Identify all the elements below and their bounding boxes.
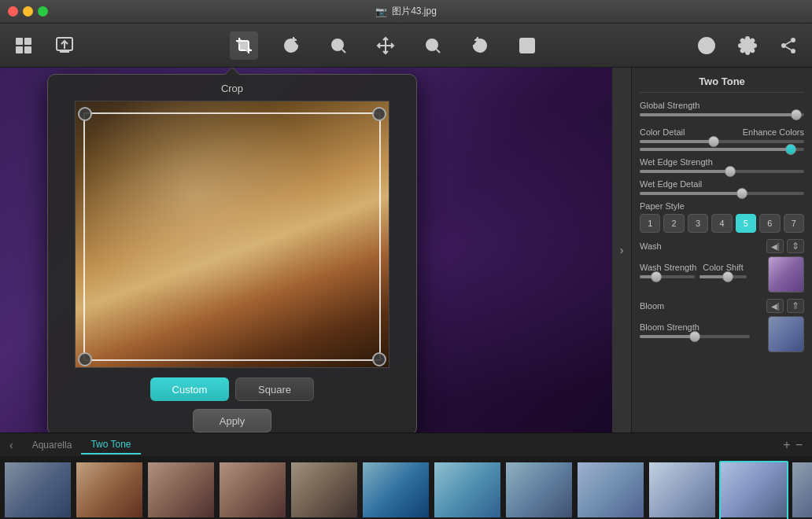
export-button[interactable] [50, 31, 79, 60]
thumb-image-16 [5, 462, 71, 517]
toolbar-center [79, 31, 692, 60]
paper-style-label: Paper Style [640, 201, 804, 211]
tab-two-tone[interactable]: Two Tone [81, 436, 140, 455]
crop-dialog: Crop Custom Square [47, 74, 417, 432]
bloom-controls: ◀| ⇑ [766, 299, 804, 313]
paper-style-5[interactable]: 5 [736, 214, 756, 233]
bloom-row: Bloom ◀| ⇑ [640, 299, 804, 313]
color-shift-slider[interactable] [699, 275, 747, 278]
thumb-image-18 [148, 462, 214, 517]
thumb-style19[interactable]: Style 19 [218, 461, 287, 519]
right-panel: Two Tone Global Strength Color Detail En… [631, 68, 812, 432]
tab-add-button[interactable]: + [783, 438, 790, 452]
panel-title: Two Tone [640, 75, 804, 93]
color-params-row: Color Detail Enhance Colors [640, 121, 804, 140]
rotate-button[interactable] [277, 31, 305, 60]
bloom-expand-button[interactable]: ⇑ [787, 299, 804, 313]
color-detail-label: Color Detail [640, 127, 685, 137]
panel-toggle-arrow[interactable]: › [612, 68, 631, 432]
global-strength-slider[interactable] [640, 113, 804, 116]
zoom-in-button[interactable] [324, 31, 352, 60]
thumb-image-22 [434, 462, 500, 517]
thumb-style17[interactable]: Style 17 [75, 461, 144, 519]
tab-remove-button[interactable]: − [795, 438, 803, 452]
wet-edge-strength-slider[interactable] [640, 170, 804, 173]
thumb-style25[interactable]: Style 25 [648, 461, 717, 519]
thumb-image-24 [578, 462, 644, 517]
paper-style-6[interactable]: 6 [759, 214, 780, 233]
bloom-strength-slider[interactable] [640, 335, 750, 338]
svg-line-14 [437, 49, 440, 52]
wash-prev-button[interactable]: ◀| [766, 239, 784, 253]
crop-handle-br[interactable] [372, 352, 386, 366]
info-button[interactable] [692, 31, 721, 60]
paper-style-2[interactable]: 2 [663, 214, 684, 233]
custom-button[interactable]: Custom [150, 377, 229, 401]
toolbar-left [9, 31, 79, 60]
thumb-image-27 [792, 462, 812, 517]
svg-line-8 [342, 49, 345, 52]
thumb-image-21 [363, 462, 429, 517]
bottom-tabs: ‹ Aquarella Two Tone + − [0, 432, 812, 456]
crop-mode-buttons: Custom Square [150, 377, 314, 401]
chevron-right-icon: › [620, 244, 624, 256]
zoom-out-button[interactable] [419, 31, 447, 60]
canvas-area: Crop Custom Square [0, 68, 612, 432]
paper-style-3[interactable]: 3 [688, 214, 708, 233]
thumb-style26[interactable]: Style 26 [719, 461, 788, 519]
minimize-button[interactable] [23, 6, 33, 17]
bloom-label: Bloom [640, 301, 687, 311]
thumbnail-strip: Style 16 Style 17 Style 18 Style 19 Styl… [0, 456, 812, 519]
tab-aquarella[interactable]: Aquarella [23, 436, 82, 454]
svg-rect-0 [16, 38, 23, 45]
share-button[interactable] [774, 31, 803, 60]
paper-style-4[interactable]: 4 [711, 214, 732, 233]
paper-style-1[interactable]: 1 [640, 214, 660, 233]
toolbar-right [692, 31, 803, 60]
titlebar: 📷 图片43.jpg [0, 0, 812, 24]
gallery-button[interactable] [9, 31, 38, 60]
move-button[interactable] [371, 31, 400, 60]
apply-button[interactable]: Apply [193, 409, 271, 432]
crop-tool-button[interactable] [230, 31, 258, 60]
crop-handle-tr[interactable] [372, 107, 386, 121]
svg-rect-3 [24, 46, 31, 53]
wash-strength-slider[interactable] [640, 275, 695, 278]
thumb-image-20 [291, 462, 357, 517]
thumb-image-23 [506, 462, 572, 517]
window-controls[interactable] [8, 6, 48, 17]
thumb-style21[interactable]: Style 21 [361, 461, 430, 519]
svg-rect-1 [24, 38, 31, 45]
close-button[interactable] [8, 6, 18, 17]
crop-border [83, 112, 381, 361]
crop-handle-bl[interactable] [78, 352, 92, 366]
bloom-prev-button[interactable]: ◀| [766, 299, 784, 313]
wet-edge-strength-label: Wet Edge Strength [640, 157, 804, 167]
canvas-background: Crop Custom Square [0, 68, 612, 432]
settings-button[interactable] [733, 31, 762, 60]
thumb-style27[interactable]: Style 27 [791, 461, 812, 519]
toolbar [0, 24, 812, 68]
square-button[interactable]: Square [235, 377, 314, 401]
thumb-style24[interactable]: Style 24 [576, 461, 645, 519]
color-shift-label: Color Shift [703, 263, 743, 272]
tabs-left-arrow[interactable]: ‹ [9, 439, 13, 451]
crop-handle-tl[interactable] [78, 107, 92, 121]
maximize-button[interactable] [38, 6, 48, 17]
color-detail-slider[interactable] [640, 140, 804, 143]
wet-edge-detail-slider[interactable] [640, 192, 804, 195]
thumb-style18[interactable]: Style 18 [146, 461, 216, 519]
main-area: Crop Custom Square [0, 68, 812, 432]
wash-controls: ◀| ⇕ [766, 239, 804, 253]
enhance-colors-slider[interactable] [640, 148, 804, 151]
svg-rect-17 [523, 42, 531, 50]
thumb-style23[interactable]: Style 23 [504, 461, 574, 519]
original-button[interactable] [513, 31, 541, 60]
crop-title: Crop [221, 75, 243, 101]
thumb-style20[interactable]: Style 20 [290, 461, 359, 519]
paper-style-7[interactable]: 7 [784, 214, 804, 233]
redo-button[interactable] [466, 31, 494, 60]
wash-expand-button[interactable]: ⇕ [787, 239, 804, 253]
thumb-style22[interactable]: Style 22 [433, 461, 502, 519]
thumb-style16[interactable]: Style 16 [3, 461, 72, 519]
